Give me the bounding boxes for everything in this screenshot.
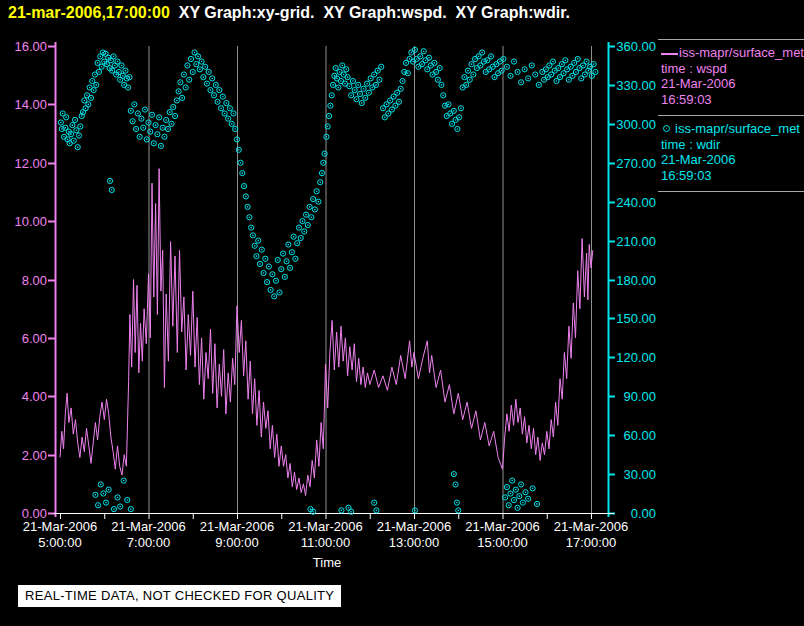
svg-text:4.00: 4.00 [22, 389, 47, 404]
svg-text:13:00:00: 13:00:00 [389, 535, 440, 550]
title-bar: 21-mar-2006,17:00:00 XY Graph:xy-grid. X… [8, 4, 570, 22]
wdir-circle-swatch-icon [663, 125, 670, 132]
svg-text:2.00: 2.00 [22, 448, 47, 463]
svg-text:12.00: 12.00 [14, 156, 47, 171]
title-graph-names: XY Graph:xy-grid. XY Graph:wspd. XY Grap… [170, 4, 570, 21]
svg-text:120.00: 120.00 [616, 350, 656, 365]
legend-date: 21-Mar-2006 [661, 152, 804, 168]
title-datetime: 21-mar-2006,17:00:00 [8, 4, 170, 21]
legend-time: 16:59:03 [661, 168, 804, 184]
svg-text:60.00: 60.00 [623, 428, 656, 443]
svg-text:14.00: 14.00 [14, 97, 47, 112]
legend-divider [658, 191, 804, 192]
gridlines [149, 46, 592, 513]
svg-text:16.00: 16.00 [14, 39, 47, 54]
svg-text:10.00: 10.00 [14, 214, 47, 229]
wdir-scatter-series [58, 47, 598, 514]
svg-text:30.00: 30.00 [623, 467, 656, 482]
svg-text:0.00: 0.00 [631, 506, 656, 521]
svg-text:270.00: 270.00 [616, 156, 656, 171]
svg-text:90.00: 90.00 [623, 389, 656, 404]
svg-text:6.00: 6.00 [22, 331, 47, 346]
svg-text:21-Mar-2006: 21-Mar-2006 [23, 519, 97, 534]
svg-text:21-Mar-2006: 21-Mar-2006 [111, 519, 185, 534]
legend-source: iss-mapr/surface_met [679, 45, 804, 60]
legend-field: time : wspd [661, 61, 804, 77]
legend-source-line: iss-mapr/surface_met [661, 45, 804, 61]
legend-source: iss-mapr/surface_met [675, 121, 800, 136]
left-axis-wspd: 0.002.004.006.008.0010.0012.0014.0016.00 [14, 39, 55, 521]
x-axis-title: Time [262, 555, 392, 570]
svg-text:11:00:00: 11:00:00 [301, 535, 351, 550]
svg-text:9:00:00: 9:00:00 [215, 535, 258, 550]
svg-text:5:00:00: 5:00:00 [38, 535, 81, 550]
svg-text:17:00:00: 17:00:00 [566, 535, 617, 550]
legend-entry-wspd[interactable]: iss-mapr/surface_met time : wspd 21-Mar-… [658, 40, 804, 115]
svg-text:7:00:00: 7:00:00 [127, 535, 170, 550]
legend-date: 21-Mar-2006 [661, 76, 804, 92]
legend-time: 16:59:03 [661, 92, 804, 108]
legend-entry-wdir[interactable]: iss-mapr/surface_met time : wdir 21-Mar-… [658, 116, 804, 191]
wspd-line-swatch-icon [661, 53, 678, 55]
svg-text:21-Mar-2006: 21-Mar-2006 [465, 519, 539, 534]
svg-text:21-Mar-2006: 21-Mar-2006 [554, 519, 628, 534]
legend-source-line: iss-mapr/surface_met [661, 121, 804, 137]
svg-text:8.00: 8.00 [22, 273, 47, 288]
svg-text:15:00:00: 15:00:00 [477, 535, 528, 550]
x-axis-time: 21-Mar-20065:00:0021-Mar-20067:00:0021-M… [23, 514, 628, 551]
svg-text:300.00: 300.00 [616, 117, 656, 132]
right-axis-wdir: 0.0030.0060.0090.00120.00150.00180.00210… [608, 39, 656, 521]
svg-text:150.00: 150.00 [616, 311, 656, 326]
svg-text:180.00: 180.00 [616, 273, 656, 288]
svg-text:360.00: 360.00 [616, 39, 656, 54]
svg-text:21-Mar-2006: 21-Mar-2006 [377, 519, 451, 534]
legend-field: time : wdir [661, 137, 804, 153]
svg-text:330.00: 330.00 [616, 78, 656, 93]
legend-panel: iss-mapr/surface_met time : wspd 21-Mar-… [658, 39, 804, 192]
svg-text:210.00: 210.00 [616, 234, 656, 249]
quality-notice: REAL-TIME DATA, NOT CHECKED FOR QUALITY [18, 585, 341, 607]
svg-text:240.00: 240.00 [616, 195, 656, 210]
svg-text:21-Mar-2006: 21-Mar-2006 [200, 519, 274, 534]
svg-text:21-Mar-2006: 21-Mar-2006 [288, 519, 362, 534]
